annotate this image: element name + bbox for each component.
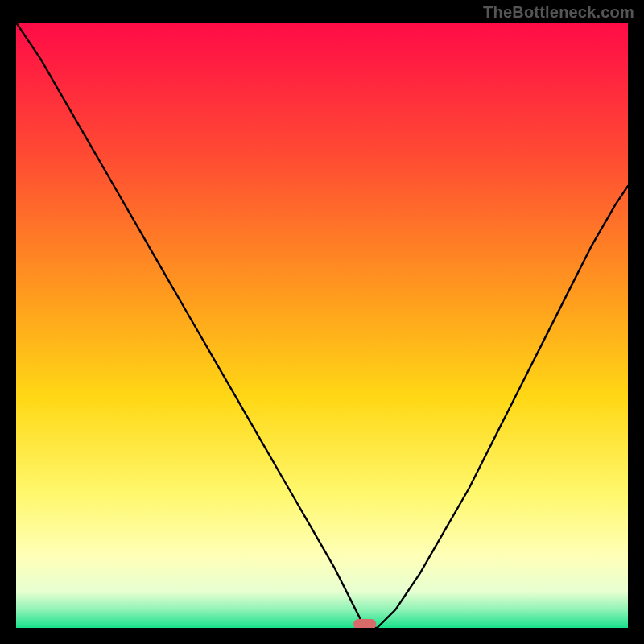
watermark-text: TheBottleneck.com <box>483 3 634 22</box>
plot-area <box>16 23 628 628</box>
bottleneck-marker <box>353 619 376 628</box>
gradient-background <box>16 23 628 628</box>
chart-svg <box>16 23 628 628</box>
chart-frame: TheBottleneck.com <box>0 0 644 644</box>
